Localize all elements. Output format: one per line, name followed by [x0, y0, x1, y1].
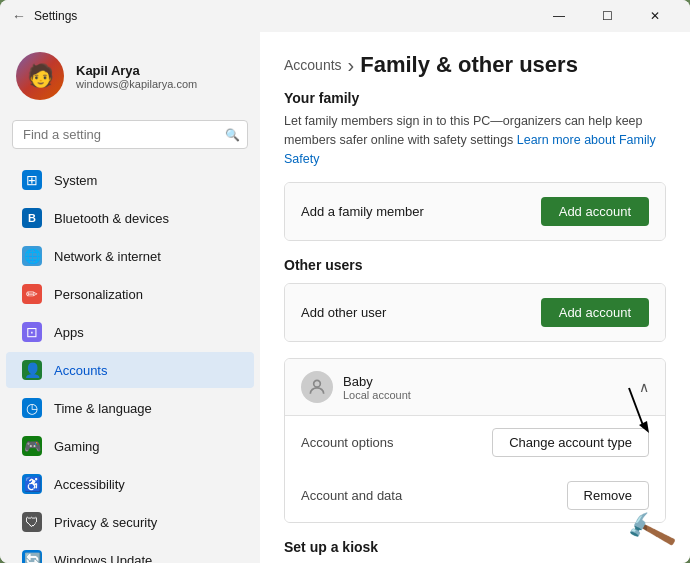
add-other-account-button[interactable]: Add account: [541, 298, 649, 327]
sidebar-label-system: System: [54, 173, 97, 188]
account-options-label: Account options: [301, 435, 394, 450]
your-family-title: Your family: [284, 90, 666, 106]
user-card-details-baby: Account options Change account type: [285, 415, 665, 522]
sidebar-item-personalization[interactable]: ✏ Personalization: [6, 276, 254, 312]
user-card-baby: Baby Local account ∧ Account options: [284, 358, 666, 523]
sidebar-label-time: Time & language: [54, 401, 152, 416]
sidebar-label-bluetooth: Bluetooth & devices: [54, 211, 169, 226]
add-family-account-button[interactable]: Add account: [541, 197, 649, 226]
sidebar-item-network[interactable]: 🌐 Network & internet: [6, 238, 254, 274]
account-data-row: Account and data Remove: [285, 469, 665, 522]
maximize-button[interactable]: ☐: [584, 0, 630, 32]
search-icon: 🔍: [225, 128, 240, 142]
sidebar-item-accessibility[interactable]: ♿ Accessibility: [6, 466, 254, 502]
add-family-label: Add a family member: [301, 204, 424, 219]
sidebar-item-time[interactable]: ◷ Time & language: [6, 390, 254, 426]
account-data-label: Account and data: [301, 488, 402, 503]
user-name: Kapil Arya: [76, 63, 197, 78]
add-other-user-row: Add other user Add account: [285, 284, 665, 341]
add-other-user-label: Add other user: [301, 305, 386, 320]
remove-button[interactable]: Remove: [567, 481, 649, 510]
your-family-section: Your family Let family members sign in t…: [284, 90, 666, 241]
other-users-section: Other users Add other user Add account: [284, 257, 666, 523]
title-bar-left: ← Settings: [12, 8, 77, 24]
sidebar-item-windows-update[interactable]: 🔄 Windows Update: [6, 542, 254, 563]
sidebar-item-system[interactable]: ⊞ System: [6, 162, 254, 198]
network-icon: 🌐: [22, 246, 42, 266]
account-options-row: Account options Change account type: [285, 416, 665, 469]
kiosk-section: Set up a kiosk: [284, 539, 666, 555]
family-add-row: Add a family member Add account: [285, 183, 665, 240]
user-info: Kapil Arya windows@kapilarya.com: [76, 63, 197, 90]
apps-icon: ⊡: [22, 322, 42, 342]
breadcrumb: Accounts › Family & other users: [284, 52, 666, 78]
privacy-icon: 🛡: [22, 512, 42, 532]
svg-marker-2: [639, 421, 649, 433]
sidebar-label-accessibility: Accessibility: [54, 477, 125, 492]
sidebar-label-privacy: Privacy & security: [54, 515, 157, 530]
sidebar-item-gaming[interactable]: 🎮 Gaming: [6, 428, 254, 464]
svg-line-1: [629, 388, 644, 428]
kiosk-title: Set up a kiosk: [284, 539, 378, 555]
back-icon[interactable]: ←: [12, 8, 26, 24]
sidebar-item-privacy[interactable]: 🛡 Privacy & security: [6, 504, 254, 540]
baby-account-type: Local account: [343, 389, 411, 401]
svg-point-0: [314, 381, 321, 388]
accounts-icon: 👤: [22, 360, 42, 380]
title-bar-controls: — ☐ ✕: [536, 0, 678, 32]
gaming-icon: 🎮: [22, 436, 42, 456]
breadcrumb-parent: Accounts: [284, 57, 342, 73]
sidebar-label-apps: Apps: [54, 325, 84, 340]
user-email: windows@kapilarya.com: [76, 78, 197, 90]
avatar[interactable]: 🧑: [16, 52, 64, 100]
sidebar-item-apps[interactable]: ⊡ Apps: [6, 314, 254, 350]
bluetooth-icon: B: [22, 208, 42, 228]
system-icon: ⊞: [22, 170, 42, 190]
sidebar-item-bluetooth[interactable]: B Bluetooth & devices: [6, 200, 254, 236]
content-area: 🧑 Kapil Arya windows@kapilarya.com 🔍 ⊞ S…: [0, 32, 690, 563]
breadcrumb-separator: ›: [348, 54, 355, 77]
baby-user-name: Baby: [343, 374, 411, 389]
update-icon: 🔄: [22, 550, 42, 563]
sidebar: 🧑 Kapil Arya windows@kapilarya.com 🔍 ⊞ S…: [0, 32, 260, 563]
account-options-row-wrapper: Account options Change account type: [285, 416, 665, 469]
sidebar-label-network: Network & internet: [54, 249, 161, 264]
page-title: Family & other users: [360, 52, 578, 78]
close-button[interactable]: ✕: [632, 0, 678, 32]
minimize-button[interactable]: —: [536, 0, 582, 32]
family-add-card: Add a family member Add account: [284, 182, 666, 241]
search-box: 🔍: [12, 120, 248, 149]
sidebar-label-update: Windows Update: [54, 553, 152, 564]
settings-window: ← Settings — ☐ ✕ 🧑 Kapil Arya windows@ka…: [0, 0, 690, 563]
personalization-icon: ✏: [22, 284, 42, 304]
user-card-info: Baby Local account: [343, 374, 411, 401]
window-title: Settings: [34, 9, 77, 23]
sidebar-label-personalization: Personalization: [54, 287, 143, 302]
accessibility-icon: ♿: [22, 474, 42, 494]
title-bar: ← Settings — ☐ ✕: [0, 0, 690, 32]
search-input[interactable]: [12, 120, 248, 149]
other-users-card: Add other user Add account: [284, 283, 666, 342]
sidebar-label-gaming: Gaming: [54, 439, 100, 454]
user-avatar-baby: [301, 371, 333, 403]
user-profile-section: 🧑 Kapil Arya windows@kapilarya.com: [0, 40, 260, 112]
change-account-area: Change account type: [492, 428, 649, 457]
arrow-indicator: [599, 383, 659, 438]
main-content: Accounts › Family & other users Your fam…: [260, 32, 690, 563]
sidebar-label-accounts: Accounts: [54, 363, 107, 378]
user-card-left: Baby Local account: [301, 371, 411, 403]
your-family-desc: Let family members sign in to this PC—or…: [284, 112, 666, 168]
other-users-title: Other users: [284, 257, 666, 273]
sidebar-item-accounts[interactable]: 👤 Accounts: [6, 352, 254, 388]
time-icon: ◷: [22, 398, 42, 418]
